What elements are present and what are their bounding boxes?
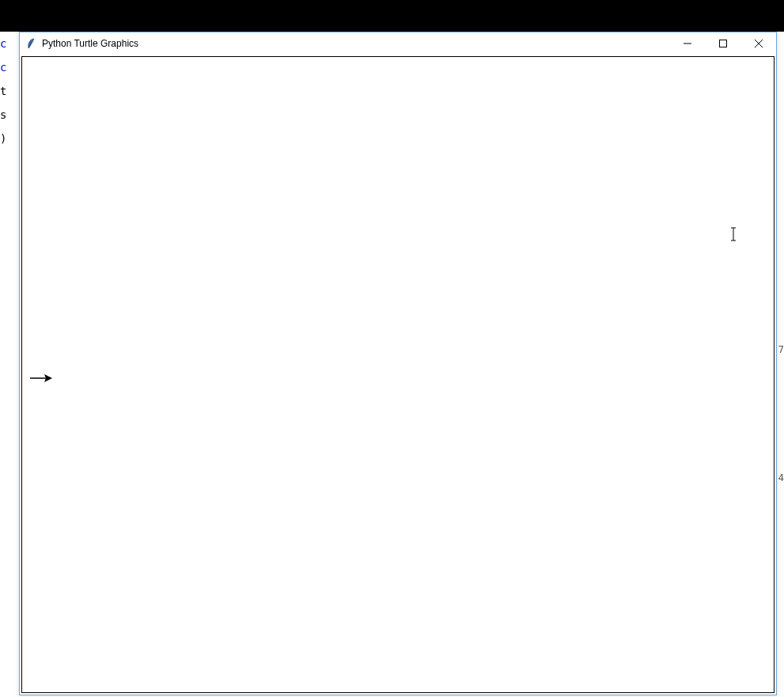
minimize-button[interactable] xyxy=(669,32,705,55)
maximize-icon xyxy=(719,40,727,47)
svg-rect-2 xyxy=(719,40,726,47)
turtle-graphics-window: Python Turtle Graphics xyxy=(19,32,777,695)
close-button[interactable] xyxy=(740,32,776,55)
close-icon xyxy=(755,40,763,47)
turtle-canvas[interactable] xyxy=(21,56,775,693)
python-feather-icon xyxy=(26,38,37,49)
background-right-fragment: 7 4 xyxy=(778,32,784,697)
window-controls xyxy=(669,32,776,55)
window-title: Python Turtle Graphics xyxy=(42,38,138,49)
text-caret-cursor-icon xyxy=(730,227,731,240)
minimize-icon xyxy=(684,40,691,47)
background-left-code-fragment: c c t s ) xyxy=(0,32,19,697)
window-titlebar[interactable]: Python Turtle Graphics xyxy=(20,32,776,55)
turtle-cursor-arrow-icon xyxy=(30,373,52,385)
maximize-button[interactable] xyxy=(705,32,740,55)
